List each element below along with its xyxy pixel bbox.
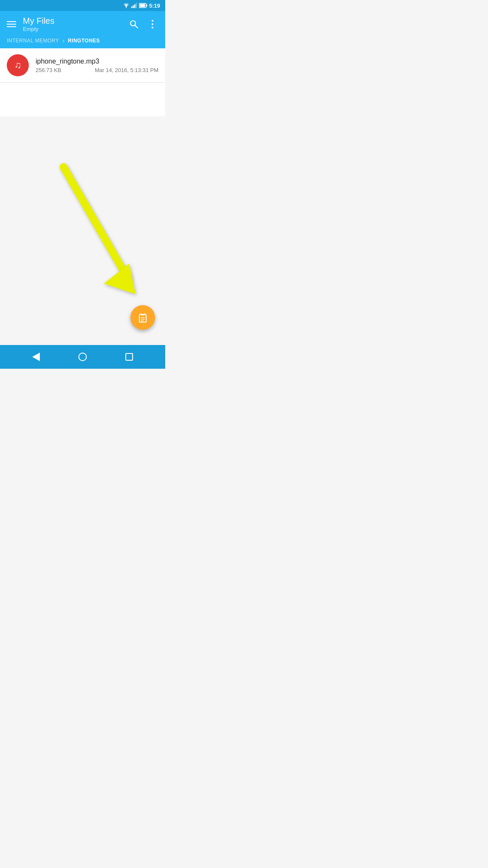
svg-point-10 <box>152 20 153 22</box>
battery-icon <box>139 3 147 8</box>
recents-button[interactable] <box>120 348 139 366</box>
app-title: My Files <box>23 16 54 26</box>
svg-point-11 <box>152 23 153 25</box>
app-bar-title: My Files Empty <box>23 16 54 32</box>
paste-fab-button[interactable] <box>130 305 155 330</box>
status-icons: 5:19 <box>123 3 160 9</box>
breadcrumb-parent[interactable]: INTERNAL MEMORY <box>7 38 59 44</box>
app-bar-left: My Files Empty <box>7 16 121 32</box>
arrow-annotation <box>30 167 148 303</box>
back-icon <box>32 353 40 361</box>
svg-rect-1 <box>131 6 133 8</box>
signal-icon <box>131 3 137 8</box>
music-note-icon: ♫ <box>14 60 22 71</box>
bottom-nav <box>0 345 165 369</box>
svg-rect-2 <box>133 6 134 8</box>
svg-point-0 <box>126 7 127 8</box>
svg-marker-14 <box>104 264 136 294</box>
recents-icon <box>125 353 133 361</box>
app-bar-actions <box>128 18 158 30</box>
more-options-button[interactable] <box>147 18 158 30</box>
clipboard-icon <box>137 312 148 323</box>
content-area <box>0 116 165 345</box>
file-icon: ♫ <box>7 54 29 76</box>
file-info: iphone_ringtone.mp3 256.73 KB Mar 14, 20… <box>36 58 158 73</box>
home-icon <box>78 353 87 361</box>
svg-rect-7 <box>146 5 147 7</box>
breadcrumb-separator: › <box>63 37 65 44</box>
svg-rect-4 <box>136 3 137 8</box>
status-bar: 5:19 <box>0 0 165 11</box>
file-name: iphone_ringtone.mp3 <box>36 58 158 65</box>
file-date: Mar 14, 2016, 5:13:31 PM <box>95 67 158 73</box>
app-bar: My Files Empty <box>0 11 165 37</box>
svg-line-13 <box>64 167 127 277</box>
svg-point-12 <box>152 27 153 28</box>
file-size: 256.73 KB <box>36 67 61 73</box>
breadcrumb-current: RINGTONES <box>68 38 100 44</box>
hamburger-menu-button[interactable] <box>7 21 16 27</box>
svg-rect-18 <box>141 313 144 314</box>
back-button[interactable] <box>27 348 45 366</box>
search-button[interactable] <box>128 18 140 30</box>
file-item[interactable]: ♫ iphone_ringtone.mp3 256.73 KB Mar 14, … <box>0 48 165 83</box>
app-subtitle: Empty <box>23 26 54 32</box>
svg-rect-3 <box>134 4 136 8</box>
status-time: 5:19 <box>149 3 160 9</box>
breadcrumb: INTERNAL MEMORY › RINGTONES <box>0 37 165 48</box>
file-list: ♫ iphone_ringtone.mp3 256.73 KB Mar 14, … <box>0 48 165 116</box>
file-meta: 256.73 KB Mar 14, 2016, 5:13:31 PM <box>36 67 158 73</box>
home-button[interactable] <box>73 348 92 366</box>
wifi-icon <box>123 3 130 8</box>
svg-line-9 <box>135 25 138 28</box>
svg-rect-6 <box>139 4 145 7</box>
